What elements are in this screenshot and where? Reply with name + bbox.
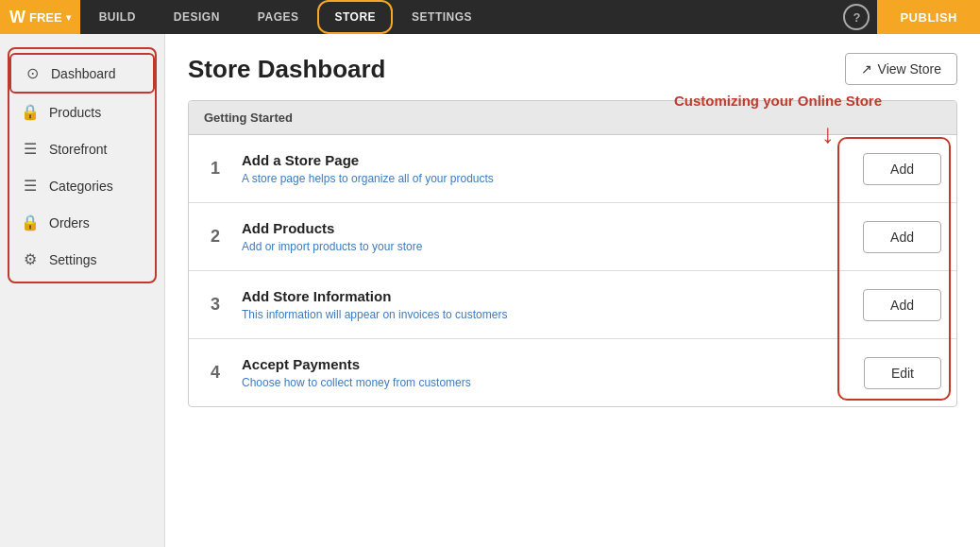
sidebar-nav-group: ⊙ Dashboard 🔒 Products ☰ Storefront ☰ Ca…: [8, 47, 157, 283]
table-row: 3 Add Store Information This information…: [189, 271, 956, 339]
step-1-title: Add a Store Page: [242, 152, 848, 168]
sidebar-item-products[interactable]: 🔒 Products: [9, 94, 155, 130]
page-layout: ⊙ Dashboard 🔒 Products ☰ Storefront ☰ Ca…: [0, 34, 980, 547]
view-store-button[interactable]: ↗ View Store: [845, 53, 957, 85]
categories-icon: ☰: [21, 177, 40, 195]
plan-label: FREE: [29, 10, 62, 25]
main-content: Store Dashboard ↗ View Store Customizing…: [165, 34, 980, 547]
step-2-title: Add Products: [242, 220, 848, 236]
w-logo-icon: W: [9, 8, 25, 27]
step-2-add-button[interactable]: Add: [863, 221, 941, 253]
step-3-action: Add: [863, 289, 941, 321]
step-2-action: Add: [863, 221, 941, 253]
nav-item-settings[interactable]: SETTINGS: [393, 0, 491, 34]
getting-started-section: Getting Started 1 Add a Store Page A sto…: [188, 100, 957, 407]
step-3-content: Add Store Information This information w…: [242, 288, 848, 321]
step-2-content: Add Products Add or import products to y…: [242, 220, 848, 253]
settings-icon: ⚙: [21, 250, 40, 268]
nav-items: BUILD DESIGN PAGES STORE SETTINGS: [80, 0, 844, 34]
nav-item-pages[interactable]: PAGES: [239, 0, 318, 34]
step-number-1: 1: [204, 159, 227, 179]
sidebar-item-storefront[interactable]: ☰ Storefront: [9, 130, 155, 167]
nav-item-design[interactable]: DESIGN: [155, 0, 239, 34]
step-3-add-button[interactable]: Add: [863, 289, 941, 321]
nav-right: ? PUBLISH: [843, 0, 980, 34]
plan-dropdown-icon[interactable]: ▾: [66, 12, 71, 23]
sidebar-item-orders[interactable]: 🔒 Orders: [9, 204, 155, 241]
storefront-icon: ☰: [21, 140, 40, 158]
nav-item-build[interactable]: BUILD: [80, 0, 155, 34]
sidebar-label-storefront: Storefront: [49, 142, 107, 157]
step-1-desc: A store page helps to organize all of yo…: [242, 172, 848, 185]
sidebar-label-orders: Orders: [49, 215, 90, 231]
sidebar-item-dashboard[interactable]: ⊙ Dashboard: [9, 53, 155, 94]
view-store-arrow-icon: ↗: [861, 61, 872, 77]
table-row: 4 Accept Payments Choose how to collect …: [189, 339, 956, 406]
logo-area[interactable]: W FREE ▾: [0, 0, 80, 34]
callout-text: Customizing your Online Store: [674, 93, 882, 109]
step-number-4: 4: [204, 363, 227, 383]
main-header: Store Dashboard ↗ View Store: [188, 53, 957, 85]
step-number-3: 3: [204, 295, 227, 315]
step-1-add-button[interactable]: Add: [863, 153, 941, 185]
step-4-title: Accept Payments: [242, 356, 849, 372]
step-1-content: Add a Store Page A store page helps to o…: [242, 152, 848, 185]
orders-icon: 🔒: [21, 214, 40, 231]
publish-button[interactable]: PUBLISH: [877, 0, 980, 34]
callout-arrow-icon: ↓: [821, 119, 835, 149]
sidebar-label-products: Products: [49, 105, 101, 120]
step-4-edit-button[interactable]: Edit: [864, 357, 941, 389]
view-store-label: View Store: [878, 61, 941, 77]
page-title: Store Dashboard: [188, 55, 386, 84]
step-3-desc: This information will appear on invoices…: [242, 308, 848, 321]
step-4-content: Accept Payments Choose how to collect mo…: [242, 356, 849, 389]
step-3-title: Add Store Information: [242, 288, 848, 304]
step-2-desc: Add or import products to your store: [242, 240, 848, 253]
top-navigation: W FREE ▾ BUILD DESIGN PAGES STORE SETTIN…: [0, 0, 980, 34]
sidebar-label-categories: Categories: [49, 179, 113, 194]
help-button[interactable]: ?: [843, 4, 870, 30]
nav-item-store[interactable]: STORE: [317, 0, 393, 34]
table-row: 2 Add Products Add or import products to…: [189, 203, 956, 271]
sidebar-label-dashboard: Dashboard: [51, 66, 116, 81]
step-4-desc: Choose how to collect money from custome…: [242, 376, 849, 389]
products-icon: 🔒: [21, 103, 40, 121]
step-1-action: Add: [863, 153, 941, 185]
step-4-action: Edit: [864, 357, 941, 389]
dashboard-icon: ⊙: [23, 64, 42, 82]
step-number-2: 2: [204, 227, 227, 247]
sidebar-item-settings[interactable]: ⚙ Settings: [9, 241, 155, 278]
sidebar-label-settings: Settings: [49, 252, 97, 267]
sidebar: ⊙ Dashboard 🔒 Products ☰ Storefront ☰ Ca…: [0, 34, 165, 547]
sidebar-item-categories[interactable]: ☰ Categories: [9, 167, 155, 204]
table-row: 1 Add a Store Page A store page helps to…: [189, 135, 956, 203]
